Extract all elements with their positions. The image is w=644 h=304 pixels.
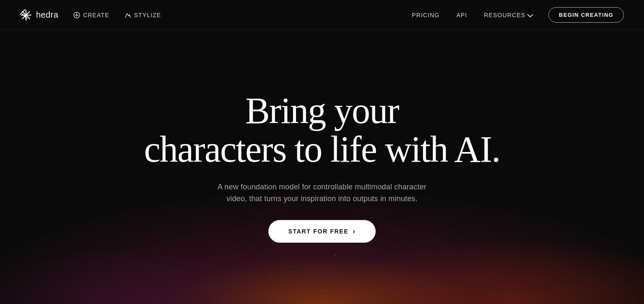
nav-left: hedra CREATE STYLIZE bbox=[20, 9, 161, 21]
nav-stylize-link[interactable]: STYLIZE bbox=[125, 12, 161, 18]
create-label: CREATE bbox=[83, 12, 109, 18]
hero-title: Bring your characters to life with AI. bbox=[144, 92, 500, 169]
navbar: hedra CREATE STYLIZE PRIC bbox=[0, 0, 644, 30]
nav-right-links: PRICING API RESOURCES bbox=[412, 12, 532, 18]
pricing-link[interactable]: PRICING bbox=[412, 12, 439, 18]
hero-section: Bring your characters to life with AI. A… bbox=[0, 30, 644, 304]
stylize-icon bbox=[125, 12, 131, 18]
hero-subtitle: A new foundation model for controllable … bbox=[213, 181, 431, 205]
start-btn-chevron: › bbox=[353, 228, 356, 235]
start-btn-label: START FOR FREE bbox=[288, 228, 349, 235]
hero-title-line1: Bring your bbox=[245, 90, 399, 131]
create-icon bbox=[73, 12, 80, 18]
api-link[interactable]: API bbox=[456, 12, 467, 18]
hero-content: Bring your characters to life with AI. A… bbox=[144, 92, 500, 243]
logo-text: hedra bbox=[36, 10, 58, 20]
begin-creating-button[interactable]: BEGIN CREATING bbox=[548, 7, 624, 23]
resources-link[interactable]: RESOURCES bbox=[484, 12, 532, 18]
stylize-label: STYLIZE bbox=[134, 12, 161, 18]
nav-right: PRICING API RESOURCES BEGIN CREATING bbox=[412, 7, 624, 23]
logo[interactable]: hedra bbox=[20, 9, 58, 21]
nav-create-link[interactable]: CREATE bbox=[73, 12, 109, 18]
hero-title-line2: characters to life with AI. bbox=[144, 129, 500, 170]
start-for-free-button[interactable]: START FOR FREE › bbox=[268, 220, 376, 243]
chevron-down-icon bbox=[527, 11, 533, 17]
hedra-logo-icon bbox=[20, 9, 32, 21]
resources-label: RESOURCES bbox=[484, 12, 525, 18]
